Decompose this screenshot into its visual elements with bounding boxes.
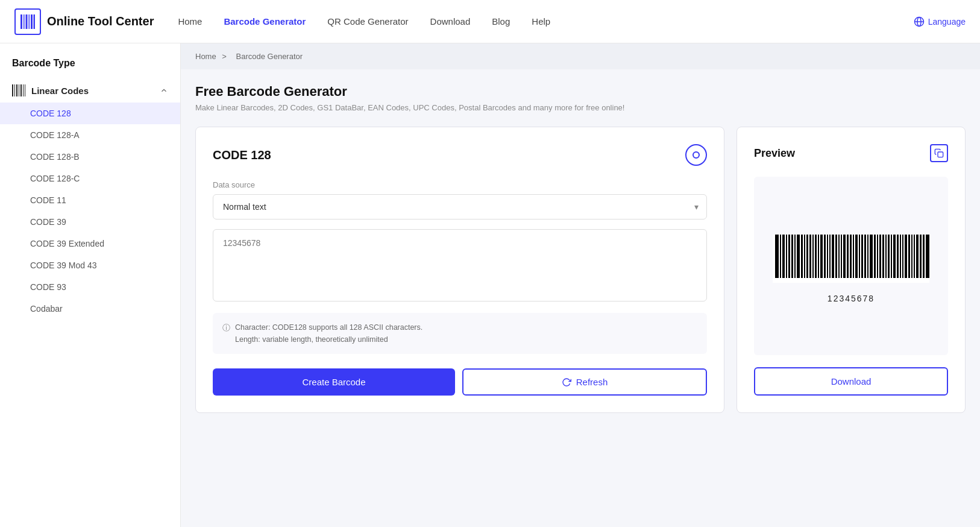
svg-rect-15 (25, 84, 25, 96)
language-button[interactable]: Language (914, 16, 966, 27)
barcode-preview-area: 12345678 (754, 177, 948, 355)
logo-link[interactable]: Online Tool Center (14, 8, 154, 35)
copy-button[interactable] (930, 144, 948, 162)
svg-rect-1 (24, 14, 25, 29)
barcode-image (773, 229, 929, 289)
page-layout: Barcode Type Linear Codes CODE 128 (0, 43, 980, 527)
info-icon: ⓘ (222, 322, 230, 334)
svg-rect-65 (914, 235, 915, 278)
svg-rect-26 (801, 235, 803, 278)
refresh-icon (562, 377, 571, 387)
sidebar-item-code128c[interactable]: CODE 128-C (0, 168, 180, 189)
header: Online Tool Center Home Barcode Generato… (0, 0, 980, 43)
data-source-select[interactable]: Normal text Hex Base64 (213, 194, 707, 219)
nav-qr-code-generator[interactable]: QR Code Generator (327, 16, 408, 27)
barcode-icon (12, 84, 25, 96)
svg-rect-12 (19, 84, 19, 96)
svg-rect-54 (882, 235, 884, 278)
form-panel-header: CODE 128 (213, 144, 707, 166)
svg-rect-62 (905, 235, 907, 278)
sidebar-item-code93[interactable]: CODE 93 (0, 276, 180, 298)
svg-rect-45 (855, 235, 858, 278)
svg-rect-23 (791, 235, 793, 278)
breadcrumb-current: Barcode Generator (236, 52, 303, 61)
barcode-text-input[interactable] (213, 229, 707, 301)
svg-rect-52 (877, 235, 878, 278)
svg-rect-2 (26, 14, 28, 29)
sidebar-item-code39[interactable]: CODE 39 (0, 211, 180, 233)
svg-rect-55 (885, 235, 887, 278)
svg-rect-49 (867, 235, 868, 278)
svg-rect-10 (14, 84, 15, 96)
svg-rect-31 (815, 235, 817, 278)
info-box: ⓘ Character: CODE128 supports all 128 AS… (213, 313, 707, 354)
svg-rect-57 (891, 235, 892, 278)
action-buttons: Create Barcode Refresh (213, 368, 707, 396)
sidebar-item-code128b[interactable]: CODE 128-B (0, 146, 180, 168)
svg-rect-53 (879, 235, 881, 278)
linear-codes-section[interactable]: Linear Codes (0, 78, 180, 103)
svg-rect-66 (916, 235, 919, 278)
svg-rect-42 (847, 235, 849, 278)
svg-rect-34 (824, 235, 826, 278)
svg-rect-47 (861, 235, 863, 278)
svg-rect-48 (864, 235, 866, 278)
sidebar-item-code128[interactable]: CODE 128 (0, 103, 180, 124)
svg-rect-41 (843, 235, 846, 278)
nav-home[interactable]: Home (178, 16, 202, 27)
breadcrumb-home[interactable]: Home (195, 52, 216, 61)
svg-rect-21 (786, 235, 787, 278)
nav-blog[interactable]: Blog (492, 16, 510, 27)
svg-rect-14 (23, 84, 24, 96)
sidebar-item-code39ext[interactable]: CODE 39 Extended (0, 233, 180, 254)
sidebar-item-codabar[interactable]: Codabar (0, 298, 180, 320)
svg-rect-0 (20, 14, 22, 29)
page-subtitle: Make Linear Barcodes, 2D Codes, GS1 Data… (195, 103, 966, 112)
sidebar-item-code11[interactable]: CODE 11 (0, 189, 180, 211)
svg-rect-22 (788, 235, 790, 278)
refresh-button[interactable]: Refresh (462, 368, 707, 396)
svg-rect-16 (938, 152, 943, 157)
svg-rect-59 (897, 235, 899, 278)
sidebar-item-code128a[interactable]: CODE 128-A (0, 124, 180, 146)
breadcrumb: Home > Barcode Generator (181, 43, 980, 69)
logo-icon (14, 8, 41, 35)
svg-rect-40 (841, 235, 842, 278)
main-content: Home > Barcode Generator Free Barcode Ge… (181, 43, 980, 527)
form-panel-title: CODE 128 (213, 148, 271, 162)
nav-help[interactable]: Help (532, 16, 550, 27)
svg-rect-20 (782, 235, 785, 278)
nav-download[interactable]: Download (430, 16, 471, 27)
settings-button[interactable] (685, 144, 707, 166)
svg-rect-37 (832, 235, 834, 278)
section-header-left: Linear Codes (12, 84, 89, 96)
svg-rect-38 (835, 235, 837, 278)
svg-rect-28 (806, 235, 808, 278)
svg-rect-64 (911, 235, 912, 278)
sidebar-item-code39mod43[interactable]: CODE 39 Mod 43 (0, 254, 180, 276)
svg-rect-32 (818, 235, 819, 278)
svg-rect-36 (829, 235, 831, 278)
svg-rect-5 (34, 14, 36, 29)
chevron-up-icon (160, 86, 168, 95)
svg-rect-61 (902, 235, 903, 278)
settings-inner-icon (693, 151, 700, 159)
preview-panel: Preview (737, 127, 966, 413)
main-inner: Free Barcode Generator Make Linear Barco… (181, 69, 980, 428)
create-barcode-button[interactable]: Create Barcode (213, 368, 455, 396)
svg-rect-63 (908, 235, 910, 278)
svg-rect-68 (923, 235, 925, 278)
svg-rect-9 (12, 84, 13, 96)
svg-rect-43 (850, 235, 852, 278)
svg-rect-24 (794, 235, 796, 278)
logo-text: Online Tool Center (47, 14, 154, 28)
svg-rect-67 (920, 235, 922, 278)
download-button[interactable]: Download (754, 367, 948, 396)
sidebar-title: Barcode Type (0, 58, 180, 78)
svg-rect-44 (853, 235, 854, 278)
nav-barcode-generator[interactable]: Barcode Generator (224, 16, 306, 27)
svg-rect-18 (775, 235, 779, 278)
svg-rect-46 (859, 235, 860, 278)
main-nav: Home Barcode Generator QR Code Generator… (178, 16, 913, 27)
svg-rect-35 (827, 235, 828, 278)
